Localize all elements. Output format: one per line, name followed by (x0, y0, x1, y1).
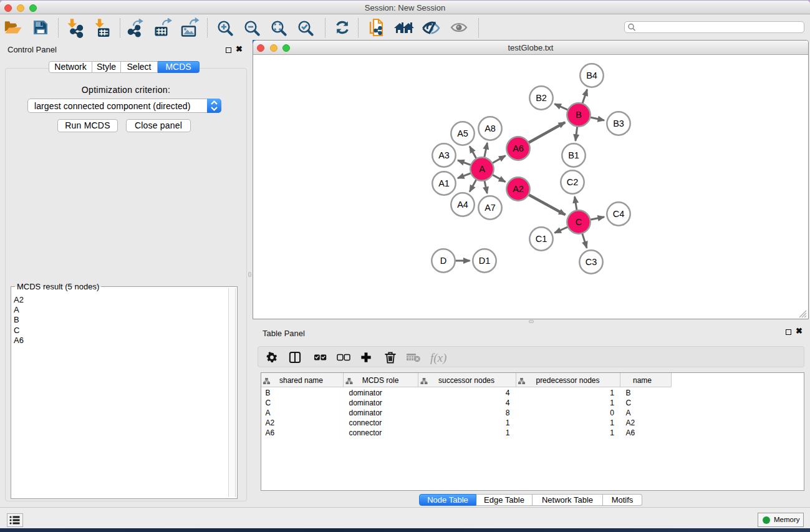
svg-text:C: C (576, 217, 582, 227)
svg-text:1: 1 (610, 389, 614, 397)
svg-text:A3: A3 (438, 150, 450, 160)
svg-text:C2: C2 (567, 177, 579, 187)
svg-text:B: B (626, 389, 631, 397)
svg-text:A: A (626, 409, 631, 417)
svg-text:C: C (626, 399, 632, 407)
svg-text:D: D (440, 256, 446, 266)
svg-text:D1: D1 (479, 256, 491, 266)
svg-text:A5: A5 (457, 128, 468, 138)
svg-text:1: 1 (610, 428, 614, 437)
svg-text:connector: connector (349, 418, 382, 427)
svg-text:A: A (479, 164, 485, 174)
svg-text:A6: A6 (513, 143, 524, 153)
svg-text:8: 8 (506, 409, 510, 417)
svg-text:1: 1 (610, 418, 614, 427)
svg-text:B1: B1 (568, 150, 579, 160)
svg-text:B2: B2 (536, 93, 547, 103)
svg-text:successor nodes: successor nodes (438, 376, 494, 385)
svg-text:4: 4 (506, 389, 510, 397)
svg-text:dominator: dominator (349, 409, 382, 417)
svg-text:B: B (266, 389, 271, 397)
svg-text:B: B (576, 110, 582, 120)
svg-text:A8: A8 (485, 123, 496, 133)
svg-text:A2: A2 (266, 418, 275, 427)
svg-text:A1: A1 (438, 178, 450, 188)
svg-text:0: 0 (610, 409, 614, 417)
svg-text:connector: connector (349, 428, 382, 437)
svg-text:C4: C4 (613, 209, 625, 219)
svg-text:C: C (266, 399, 271, 407)
svg-text:B4: B4 (586, 70, 597, 80)
svg-text:1: 1 (610, 399, 614, 407)
svg-text:MCDS role: MCDS role (362, 376, 399, 385)
svg-text:1: 1 (506, 418, 510, 427)
svg-text:A: A (266, 409, 271, 417)
svg-text:A7: A7 (485, 203, 496, 213)
svg-text:f(x): f(x) (430, 351, 446, 365)
svg-text:A6: A6 (626, 428, 635, 437)
svg-text:name: name (633, 376, 652, 385)
svg-text:C1: C1 (536, 234, 547, 244)
svg-text:1: 1 (506, 428, 510, 437)
svg-text:A2: A2 (513, 184, 524, 194)
svg-text:C3: C3 (586, 257, 597, 267)
svg-text:predecessor nodes: predecessor nodes (536, 376, 599, 385)
svg-text:A2: A2 (626, 418, 635, 427)
svg-text:A4: A4 (457, 200, 468, 210)
svg-text:4: 4 (506, 399, 510, 407)
svg-text:A6: A6 (266, 428, 275, 437)
svg-text:dominator: dominator (349, 389, 382, 397)
svg-text:shared name: shared name (279, 376, 323, 385)
svg-text:B3: B3 (613, 118, 624, 128)
svg-text:dominator: dominator (349, 399, 382, 407)
